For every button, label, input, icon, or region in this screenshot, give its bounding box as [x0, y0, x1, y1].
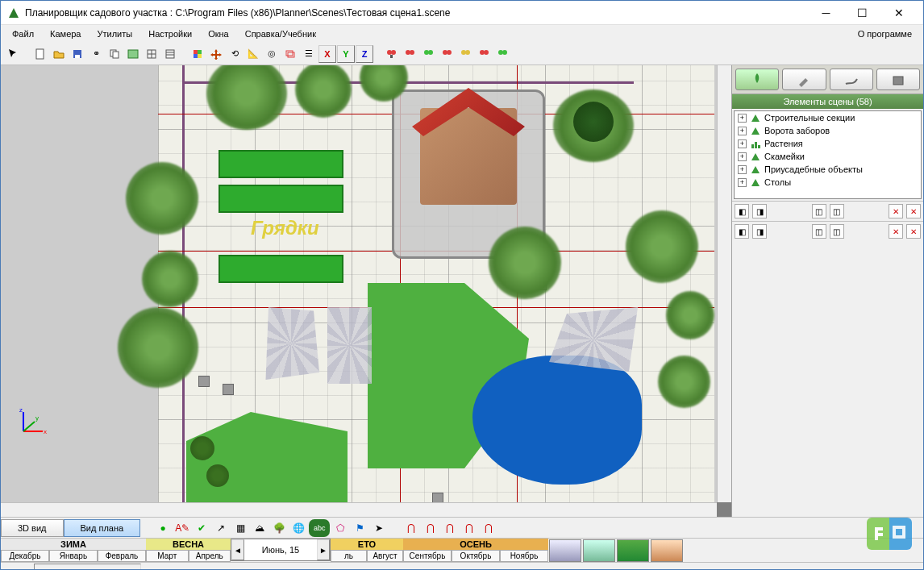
- preview-thumb[interactable]: [651, 539, 683, 562]
- camera-preset-4-icon[interactable]: [439, 45, 456, 63]
- target-icon[interactable]: ◎: [263, 45, 281, 63]
- scene-tree[interactable]: +Строительные секции +Ворота заборов +Ра…: [734, 110, 922, 199]
- image-icon[interactable]: [124, 45, 142, 63]
- date-prev-button[interactable]: ◄: [231, 539, 244, 560]
- tab-tools[interactable]: [782, 69, 826, 90]
- month-btn[interactable]: Январь: [49, 550, 98, 562]
- save-file-icon[interactable]: [69, 45, 86, 63]
- rotate-tool-icon[interactable]: ⟲: [226, 45, 243, 63]
- layers-icon[interactable]: [281, 45, 299, 63]
- camera-preset-7-icon[interactable]: [494, 45, 512, 63]
- vt-fill-icon[interactable]: ●: [154, 519, 172, 537]
- tree[interactable]: [489, 227, 561, 299]
- date-next-button[interactable]: ►: [317, 539, 330, 560]
- tree-item[interactable]: +Столы: [735, 176, 921, 189]
- pc-btn-4[interactable]: ◫: [830, 204, 844, 218]
- open-file-icon[interactable]: [50, 45, 68, 63]
- axis-x-button[interactable]: X: [318, 45, 336, 63]
- garden-bed[interactable]: [219, 185, 343, 213]
- expand-icon[interactable]: +: [738, 139, 747, 148]
- month-btn[interactable]: Октябрь: [452, 550, 500, 562]
- expand-icon[interactable]: +: [738, 114, 747, 123]
- month-btn[interactable]: Сентябрь: [403, 550, 452, 562]
- expand-icon[interactable]: +: [738, 127, 747, 135]
- grid-icon[interactable]: [143, 45, 160, 63]
- camera-preset-5-icon[interactable]: [457, 45, 475, 63]
- pc-btn-f[interactable]: ✕: [906, 224, 921, 239]
- vt-abc-icon[interactable]: abc: [309, 519, 330, 537]
- expand-icon[interactable]: +: [738, 165, 747, 174]
- camera-preset-6-icon[interactable]: [476, 45, 493, 63]
- vt-flag-icon[interactable]: ⚑: [351, 519, 368, 537]
- pointer-tool-icon[interactable]: [4, 45, 22, 63]
- pc-btn-1[interactable]: ◧: [735, 204, 749, 218]
- menu-help[interactable]: Справка/Учебник: [237, 27, 324, 41]
- camera-preset-3-icon[interactable]: [420, 45, 438, 63]
- tree[interactable]: [118, 307, 198, 388]
- expand-icon[interactable]: +: [738, 152, 747, 161]
- magnet-5-icon[interactable]: ⋂: [480, 519, 497, 537]
- preview-thumb[interactable]: [617, 539, 649, 562]
- magnet-2-icon[interactable]: ⋂: [422, 519, 439, 537]
- magnet-4-icon[interactable]: ⋂: [460, 519, 478, 537]
- tree[interactable]: [666, 291, 714, 339]
- tree-item[interactable]: +Приусадебные объекты: [735, 163, 921, 176]
- copy-icon[interactable]: [106, 45, 123, 63]
- month-btn[interactable]: Февраль: [98, 550, 146, 562]
- measure-icon[interactable]: 📐: [244, 45, 262, 63]
- tree-item[interactable]: +Строительные секции: [735, 111, 921, 124]
- vertical-scrollbar[interactable]: [717, 65, 731, 502]
- tab-3d-view[interactable]: 3D вид: [1, 519, 64, 537]
- vt-mountain-icon[interactable]: ⛰: [251, 519, 268, 537]
- color-picker-icon[interactable]: [189, 45, 206, 63]
- menu-windows[interactable]: Окна: [200, 27, 237, 41]
- bush[interactable]: [190, 436, 214, 460]
- month-btn[interactable]: Март: [146, 550, 189, 562]
- pc-btn-d[interactable]: ◫: [830, 224, 844, 239]
- magnet-1-icon[interactable]: ⋂: [402, 519, 420, 537]
- tree[interactable]: [142, 251, 198, 307]
- pc-btn-b[interactable]: ◨: [752, 224, 767, 239]
- tree[interactable]: [658, 356, 710, 408]
- tree-item[interactable]: +Ворота заборов: [735, 124, 921, 137]
- pc-btn-a[interactable]: ◧: [735, 224, 749, 239]
- tab-objects[interactable]: [876, 69, 920, 90]
- maximize-button[interactable]: ☐: [844, 2, 880, 24]
- camera-preset-2-icon[interactable]: [402, 45, 419, 63]
- menu-camera[interactable]: Камера: [42, 27, 89, 41]
- pc-btn-c[interactable]: ◫: [812, 224, 826, 239]
- vt-check-icon[interactable]: ✔: [193, 519, 210, 537]
- month-btn[interactable]: Апрель: [189, 550, 231, 562]
- preview-thumb[interactable]: [583, 539, 615, 562]
- tree[interactable]: [126, 162, 198, 235]
- pc-btn-2[interactable]: ◨: [752, 204, 767, 218]
- pc-btn-del2[interactable]: ✕: [906, 204, 921, 218]
- vt-line-icon[interactable]: ↗: [212, 519, 230, 537]
- month-btn[interactable]: Декабрь: [1, 550, 49, 562]
- tab-paths[interactable]: [830, 69, 873, 90]
- month-btn[interactable]: Ноябрь: [500, 550, 548, 562]
- vt-grid2-icon[interactable]: ▦: [231, 519, 249, 537]
- camera-preset-1-icon[interactable]: [383, 45, 401, 63]
- expand-icon[interactable]: +: [738, 178, 747, 187]
- new-file-icon[interactable]: [31, 45, 49, 63]
- pc-btn-3[interactable]: ◫: [812, 204, 826, 218]
- menu-utils[interactable]: Утилиты: [89, 27, 141, 41]
- tab-plan-view[interactable]: Вид плана: [64, 519, 141, 537]
- tree-item[interactable]: +Скамейки: [735, 150, 921, 163]
- horizontal-scrollbar[interactable]: [1, 502, 717, 517]
- move-tool-icon[interactable]: [207, 45, 225, 63]
- link-icon[interactable]: ⚭: [87, 45, 105, 63]
- pc-btn-e[interactable]: ✕: [889, 224, 903, 239]
- garden-bed[interactable]: [219, 255, 343, 283]
- vt-text-icon[interactable]: A✎: [173, 519, 191, 537]
- scene-object[interactable]: [198, 376, 210, 387]
- vt-globe-icon[interactable]: 🌐: [289, 519, 307, 537]
- tree-item[interactable]: +Растения: [735, 137, 921, 150]
- month-btn[interactable]: Август: [367, 550, 403, 562]
- preview-thumb[interactable]: [549, 539, 581, 562]
- month-btn[interactable]: ль: [331, 550, 367, 562]
- minimize-button[interactable]: ─: [808, 2, 844, 24]
- menu-settings[interactable]: Настройки: [140, 27, 200, 41]
- canvas-viewport[interactable]: Грядки: [1, 65, 731, 517]
